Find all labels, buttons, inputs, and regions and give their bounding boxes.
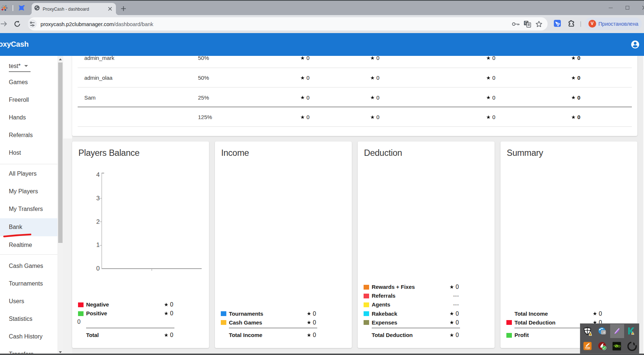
svg-text:!: !: [590, 333, 591, 336]
svg-text:..8: ..8: [602, 331, 605, 334]
svg-text:!: !: [632, 332, 633, 334]
